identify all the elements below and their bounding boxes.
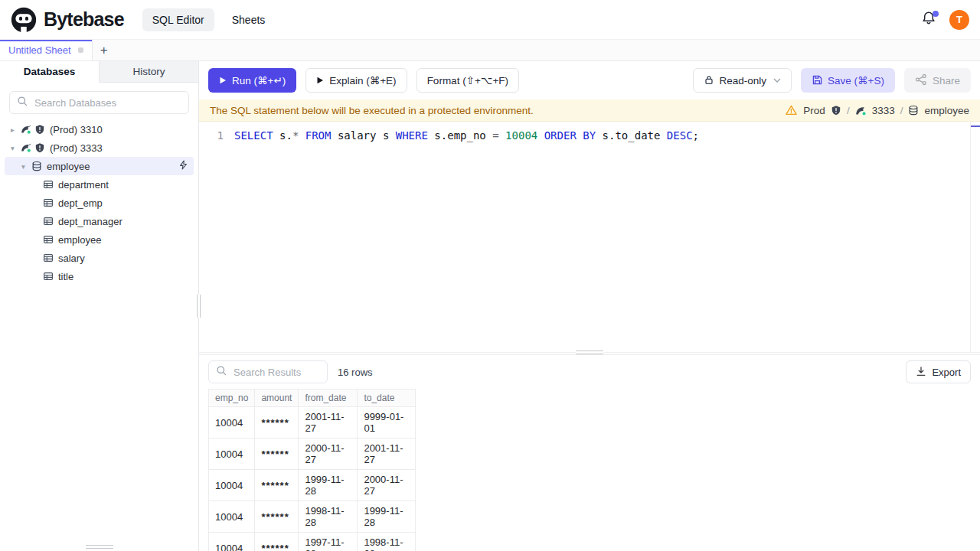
table-cell[interactable]: 10004 [209, 533, 255, 551]
column-header[interactable]: amount [255, 390, 299, 407]
results-splitter-handle[interactable] [576, 350, 603, 354]
column-header[interactable]: emp_no [209, 390, 255, 407]
notifications-button[interactable] [920, 11, 937, 28]
table-cell[interactable]: ****** [255, 439, 299, 470]
table-cell[interactable]: 10004 [209, 470, 255, 501]
sidebar-splitter-handle[interactable] [197, 295, 201, 318]
table-row[interactable]: 10004******2000-11-272001-11-27 [209, 439, 416, 470]
table-row[interactable]: 10004******2001-11-279999-01-01 [209, 407, 416, 439]
table-cell[interactable]: 2001-11-27 [299, 407, 358, 439]
body: Databases History ▸ (Prod) 3310 ▾ (Prod)… [0, 61, 980, 551]
tree-row[interactable]: dept_emp [5, 194, 194, 212]
warning-icon [785, 104, 798, 116]
tree-label: (Prod) 3333 [50, 142, 103, 154]
table-cell[interactable]: 1998-11-28 [299, 501, 358, 533]
results-body: emp_noamountfrom_dateto_date 10004******… [199, 389, 980, 551]
tree-row[interactable]: ▾ (Prod) 3333 [5, 139, 194, 157]
tree-row-icons [43, 271, 54, 282]
run-button[interactable]: Run (⌘+↵) [208, 68, 296, 93]
new-sheet-button[interactable]: + [93, 40, 116, 60]
tree-row[interactable]: dept_manager [5, 212, 194, 230]
tree-label: title [58, 271, 74, 282]
tree-row[interactable]: ▾ employee [5, 157, 194, 175]
table-cell[interactable]: 2000-11-27 [299, 439, 358, 470]
bytebase-logo[interactable]: Bytebase [11, 7, 124, 33]
instance-label[interactable]: 3333 [872, 105, 895, 116]
database-label[interactable]: employee [924, 105, 969, 116]
table-cell[interactable]: ****** [255, 533, 299, 551]
explain-label: Explain (⌘+E) [329, 74, 396, 86]
table-cell[interactable]: ****** [255, 501, 299, 533]
table-cell[interactable]: 2001-11-27 [358, 439, 416, 470]
tree-row[interactable]: ▸ (Prod) 3310 [5, 120, 194, 139]
caret-icon[interactable]: ▸ [11, 126, 21, 134]
caret-icon[interactable]: ▾ [21, 162, 31, 171]
table-cell[interactable]: 9999-01-01 [358, 407, 416, 439]
sql-token: SELECT [234, 129, 273, 142]
run-label: Run (⌘+↵) [232, 74, 286, 86]
table-cell[interactable]: ****** [255, 407, 299, 439]
save-button[interactable]: Save (⌘+S) [801, 68, 895, 93]
table-cell[interactable]: 1999-11-28 [358, 501, 416, 533]
explain-button[interactable]: Explain (⌘+E) [305, 68, 407, 93]
tree-row[interactable]: salary [5, 249, 194, 267]
results-table: emp_noamountfrom_dateto_date 10004******… [208, 389, 416, 551]
nav-sql-editor[interactable]: SQL Editor [142, 8, 214, 31]
connection-breadcrumb: Prod / 3333 / employee [785, 104, 969, 116]
sql-token: WHERE [396, 129, 428, 142]
breadcrumb-separator: / [847, 105, 850, 116]
toolbar-right: Read-only Save (⌘+S) Share [693, 68, 971, 93]
search-databases-input[interactable] [33, 96, 181, 109]
tab-dirty-indicator[interactable] [78, 47, 83, 53]
format-button[interactable]: Format (⇧+⌥+F) [416, 68, 519, 93]
share-button[interactable]: Share [904, 68, 971, 93]
tree-row[interactable]: employee [5, 230, 194, 249]
editor-overview-ruler [970, 122, 971, 352]
user-avatar[interactable]: T [949, 10, 969, 30]
table-icon [43, 234, 54, 245]
caret-icon[interactable]: ▾ [11, 144, 21, 152]
sql-token [537, 129, 544, 142]
search-results-input[interactable] [232, 366, 320, 379]
tab-databases[interactable]: Databases [0, 61, 100, 83]
line-number: 1 [210, 128, 224, 143]
readonly-mode-dropdown[interactable]: Read-only [693, 68, 792, 93]
tree-row-icons [31, 161, 42, 171]
sql-token [499, 129, 505, 142]
table-cell[interactable]: 10004 [209, 501, 255, 533]
table-cell[interactable]: 1999-11-28 [299, 470, 358, 501]
environment-label[interactable]: Prod [803, 105, 825, 116]
download-icon [916, 366, 926, 379]
table-row[interactable]: 10004******1999-11-282000-11-27 [209, 470, 416, 501]
table-row[interactable]: 10004******1997-11-281998-11-28 [209, 533, 416, 551]
database-search[interactable] [9, 91, 189, 114]
sql-token [299, 129, 305, 142]
column-header[interactable]: to_date [358, 390, 416, 407]
table-cell[interactable]: 1998-11-28 [358, 533, 416, 551]
sidebar-bottom-splitter-handle[interactable] [86, 545, 113, 549]
sheet-tab-strip: Untitled Sheet + [0, 40, 980, 61]
table-cell[interactable]: ****** [255, 470, 299, 501]
export-button[interactable]: Export [906, 360, 971, 383]
save-label: Save (⌘+S) [828, 74, 884, 86]
tree-row[interactable]: title [5, 267, 194, 285]
shield-icon [34, 124, 45, 135]
tree-row[interactable]: department [5, 175, 194, 194]
results-search[interactable] [208, 360, 328, 383]
table-row[interactable]: 10004******1998-11-281999-11-28 [209, 501, 416, 533]
tab-history[interactable]: History [100, 61, 198, 83]
editor-toolbar: Run (⌘+↵) Explain (⌘+E) Format (⇧+⌥+F) R… [199, 61, 980, 99]
readonly-label: Read-only [720, 75, 767, 86]
results-header: 16 rows Export [199, 355, 980, 389]
sheet-tab-untitled[interactable]: Untitled Sheet [0, 40, 93, 60]
share-label: Share [933, 75, 960, 86]
table-cell[interactable]: 10004 [209, 439, 255, 470]
table-cell[interactable]: 2000-11-27 [358, 470, 416, 501]
table-cell[interactable]: 1997-11-28 [299, 533, 358, 551]
table-cell[interactable]: 10004 [209, 407, 255, 439]
sql-editor[interactable]: 1 SELECT s.* FROM salary s WHERE s.emp_n… [199, 122, 980, 352]
tree-label: dept_emp [58, 197, 103, 209]
sql-code-line: 1 SELECT s.* FROM salary s WHERE s.emp_n… [210, 128, 962, 143]
column-header[interactable]: from_date [299, 390, 358, 407]
nav-sheets[interactable]: Sheets [222, 8, 276, 31]
